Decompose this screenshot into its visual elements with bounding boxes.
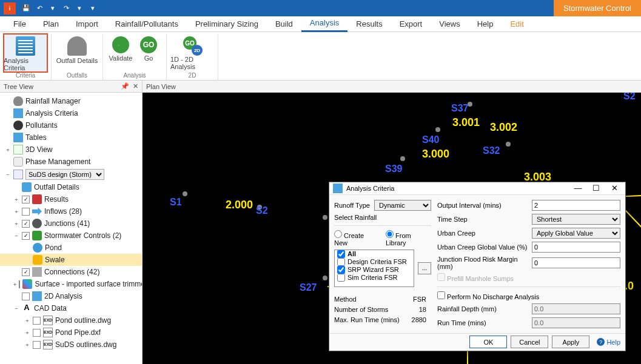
tree-item[interactable]: Analysis Criteria [0,107,142,119]
menu-export[interactable]: Export [391,16,431,32]
go-button[interactable]: GO Go [135,34,163,72]
expander-icon[interactable]: + [24,329,30,336]
rainfall-library-list[interactable]: AllDesign Criteria FSRSRP Wizard FSRSim … [334,250,414,287]
checkbox[interactable] [22,232,30,240]
network-node[interactable] [400,156,405,161]
expander-icon[interactable]: − [13,305,19,311]
1d-2d-analysis-button[interactable]: GO2D 1D - 2D Analysis [170,34,214,72]
tree-item[interactable]: +Results [0,193,142,205]
checkbox[interactable] [22,293,30,300]
tree-item[interactable]: Connections (42) [0,266,142,278]
junction-flood-margin-input[interactable] [532,257,620,268]
expander-icon[interactable]: − [13,233,19,239]
network-node[interactable] [323,276,327,280]
tree-item[interactable]: −Stormwater Controls (2) [0,230,142,242]
qat-redo-icon[interactable]: ↷ [61,4,71,13]
menu-import[interactable]: Import [67,16,107,32]
expander-icon[interactable]: + [13,196,19,202]
validate-button[interactable]: ✓ Validate [107,34,135,72]
tree-item[interactable]: +Inflows (28) [0,205,142,217]
tree-item[interactable]: Phase Management [0,156,142,168]
tree-item[interactable]: +EXDPond outline.dwg [0,314,142,326]
tree-item[interactable]: +Surface - imported surface trimmed [0,278,142,290]
phase-select[interactable]: SuDS design (Storm) [25,169,104,180]
prefill-manhole-checkbox[interactable]: Prefill Manhole Sumps [437,273,514,282]
outfall-details-button[interactable]: Outfall Details [55,34,99,72]
checkbox[interactable] [22,196,30,204]
close-icon[interactable]: ✕ [133,82,138,90]
tree-item[interactable]: Tables [0,131,142,144]
expander-icon[interactable]: + [13,208,19,214]
dialog-titlebar[interactable]: Analysis Criteria — ☐ ✕ [329,182,625,195]
tree-item[interactable]: Pond [0,242,142,254]
menu-analysis[interactable]: Analysis [301,16,347,32]
network-node[interactable] [435,127,440,132]
apply-button[interactable]: Apply [552,336,589,348]
menu-views[interactable]: Views [431,16,468,32]
network-node[interactable] [183,191,187,196]
minimize-icon[interactable]: — [571,184,585,193]
tree-item[interactable]: −SuDS design (Storm) [0,168,142,181]
list-checkbox[interactable] [337,274,345,282]
tree-item[interactable]: Outfall Details [0,181,142,193]
list-checkbox[interactable] [337,250,345,258]
urban-creep-global-input[interactable] [532,242,620,253]
menu-edit[interactable]: Edit [502,16,532,32]
app-icon[interactable]: i [4,2,16,15]
checkbox[interactable] [22,268,30,276]
menu-results[interactable]: Results [347,16,391,32]
create-new-radio[interactable]: Create New [334,230,377,247]
list-item[interactable]: Sim Criteria FSR [335,274,414,282]
list-item[interactable]: Design Criteria FSR [335,258,414,266]
expander-icon[interactable]: + [24,342,30,348]
maximize-icon[interactable]: ☐ [589,184,603,193]
tree-item[interactable]: Rainfall Manager [0,95,142,107]
network-node[interactable] [506,142,511,147]
cancel-button[interactable]: Cancel [511,336,548,348]
expander-icon[interactable]: + [13,220,19,227]
expander-icon[interactable]: + [24,317,30,323]
qat-undo-dd-icon[interactable]: ▾ [48,4,58,13]
tree-item[interactable]: +Junctions (41) [0,217,142,230]
tree-item[interactable]: −ACAD Data [0,302,142,314]
expander-icon[interactable]: + [13,281,16,287]
tree-item[interactable]: +EXDPond Pipe.dxf [0,326,142,339]
menu-file[interactable]: File [5,16,35,32]
no-discharge-checkbox[interactable]: Perform No Discharge Analysis [437,291,539,300]
pin-icon[interactable]: 📌 [121,82,129,90]
menu-rainfallpollutants[interactable]: Rainfall/Pollutants [107,16,187,32]
close-dialog-icon[interactable]: ✕ [607,184,622,193]
menu-plan[interactable]: Plan [35,16,67,32]
tree-item[interactable]: +3D View [0,144,142,156]
menu-help[interactable]: Help [469,16,502,32]
qat-redo-dd-icon[interactable]: ▾ [75,4,84,13]
network-node[interactable] [323,215,327,220]
from-library-radio[interactable]: From Library [386,230,431,247]
checkbox[interactable] [33,329,41,337]
checkbox[interactable] [19,280,20,288]
ok-button[interactable]: OK [469,336,507,348]
list-checkbox[interactable] [337,266,345,274]
tree-item[interactable]: Pollutants [0,119,142,131]
time-step-select[interactable]: Shortest [532,214,620,225]
list-item[interactable]: All [335,250,414,258]
list-checkbox[interactable] [337,258,345,266]
browse-button[interactable]: ... [418,262,431,274]
output-interval-input[interactable] [532,200,620,211]
help-link[interactable]: Help [597,338,620,346]
qat-customize-icon[interactable]: ▾ [88,4,98,13]
qat-undo-icon[interactable]: ↶ [35,4,44,13]
menu-preliminarysizing[interactable]: Preliminary Sizing [187,16,267,32]
qat-save-icon[interactable]: 💾 [21,4,31,13]
checkbox[interactable] [22,220,30,228]
urban-creep-select[interactable]: Apply Global Value [532,228,620,239]
list-item[interactable]: SRP Wizard FSR [335,266,414,274]
tree-view[interactable]: Rainfall ManagerAnalysis CriteriaPolluta… [0,93,142,364]
tree-item[interactable]: +EXDSuDS outlines.dwg [0,339,142,351]
tree-item[interactable]: Swale [0,254,142,266]
expander-icon[interactable]: − [5,171,11,177]
menu-build[interactable]: Build [267,16,301,32]
checkbox[interactable] [33,341,41,349]
checkbox[interactable] [22,208,30,216]
expander-icon[interactable]: + [5,147,11,153]
